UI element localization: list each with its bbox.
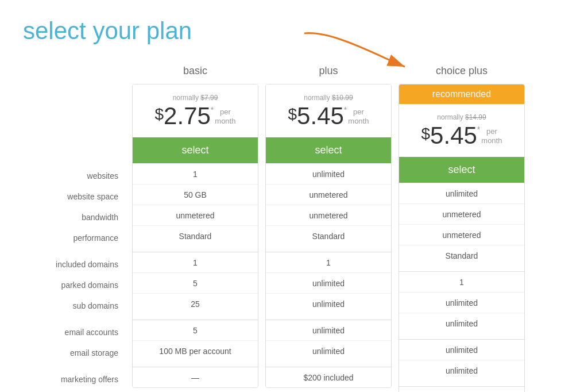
price-row-basic: $ 2.75 * permonth [140, 104, 251, 128]
plan-column-plus: plusnormally $10.99 $ 5.45 * permonth se… [265, 62, 392, 392]
plan-cell-plus-website_space: unmetered [266, 184, 391, 205]
plan-name-basic: basic [132, 62, 258, 79]
plan-cell-choice_plus-included_domains: 1 [399, 271, 524, 292]
plan-cell-basic-email_storage: 100 MB per account [133, 340, 258, 361]
plan-column-choice_plus: choice plusrecommendednormally $14.99 $ … [399, 62, 525, 392]
select-button-basic[interactable]: select [133, 137, 258, 163]
plan-cell-choice_plus-email_storage: unlimited [399, 360, 524, 381]
plan-cell-choice_plus-website_space: unmetered [399, 203, 524, 224]
plan-cell-choice_plus-marketing_offers: $200 included [399, 386, 524, 392]
plan-features-plus: unlimitedunmeteredunmeteredStandard1unli… [266, 163, 391, 387]
price-per-choice_plus: permonth [481, 127, 502, 145]
plan-header-basic: normally $7.99 $ 2.75 * permonth [133, 84, 258, 137]
plan-cell-basic-bandwidth: unmetered [133, 205, 258, 225]
plan-features-basic: 150 GBunmeteredStandard15255100 MB per a… [133, 163, 258, 387]
plan-card-choice_plus: recommendednormally $14.99 $ 5.45 * perm… [399, 84, 525, 392]
plan-cell-plus-sub_domains: unlimited [266, 293, 391, 314]
price-dollar-plus: $ [288, 106, 297, 122]
price-row-plus: $ 5.45 * permonth [273, 104, 384, 128]
feature-label-email_accounts: email accounts [23, 322, 126, 343]
plan-cell-plus-parked_domains: unlimited [266, 272, 391, 293]
plan-cell-choice_plus-parked_domains: unlimited [399, 292, 524, 313]
feature-label-website_space: website space [23, 186, 126, 207]
price-amount-plus: 5.45 [297, 104, 344, 128]
normally-text-basic: normally $7.99 [140, 94, 251, 102]
plan-cell-basic-performance: Standard [133, 225, 258, 246]
plan-cell-basic-sub_domains: 25 [133, 293, 258, 314]
plan-column-basic: basicnormally $7.99 $ 2.75 * permonth se… [132, 62, 258, 392]
price-asterisk-plus: * [344, 105, 347, 114]
plan-cell-plus-performance: Standard [266, 225, 391, 246]
plan-card-plus: normally $10.99 $ 5.45 * permonth select… [265, 84, 392, 388]
plan-cell-plus-websites: unlimited [266, 163, 391, 184]
feature-label-email_storage: email storage [23, 343, 126, 363]
feature-label-included_domains: included domains [23, 254, 126, 275]
plan-cell-basic-parked_domains: 5 [133, 272, 258, 293]
plan-cell-choice_plus-performance: Standard [399, 245, 524, 266]
plan-cell-basic-website_space: 50 GB [133, 184, 258, 205]
plan-cell-plus-email_storage: unlimited [266, 340, 391, 361]
select-button-plus[interactable]: select [266, 137, 391, 163]
plan-cell-plus-bandwidth: unmetered [266, 205, 391, 225]
price-asterisk-choice_plus: * [477, 125, 480, 134]
select-button-choice_plus[interactable]: select [399, 157, 524, 183]
page-title: select your plan [23, 17, 565, 45]
plan-cell-choice_plus-sub_domains: unlimited [399, 313, 524, 333]
plan-cell-choice_plus-websites: unlimited [399, 183, 524, 203]
price-asterisk-basic: * [211, 105, 214, 114]
price-per-basic: permonth [215, 107, 235, 125]
price-dollar-basic: $ [155, 106, 164, 122]
plan-name-plus: plus [265, 62, 392, 79]
feature-label-parked_domains: parked domains [23, 275, 126, 295]
price-amount-basic: 2.75 [164, 104, 211, 128]
plan-name-choice_plus: choice plus [399, 62, 525, 79]
plan-header-choice_plus: normally $14.99 $ 5.45 * permonth [399, 104, 524, 157]
plan-cell-choice_plus-email_accounts: unlimited [399, 339, 524, 360]
plan-cell-basic-email_accounts: 5 [133, 320, 258, 340]
feature-label-websites: websites [23, 166, 126, 186]
feature-label-bandwidth: bandwidth [23, 207, 126, 228]
normally-text-plus: normally $10.99 [273, 94, 384, 102]
plan-header-plus: normally $10.99 $ 5.45 * permonth [266, 84, 391, 137]
plan-features-choice_plus: unlimitedunmeteredunmeteredStandard1unli… [399, 183, 524, 392]
feature-label-marketing_offers: marketing offers [23, 369, 126, 390]
feature-label-performance: performance [23, 228, 126, 248]
price-dollar-choice_plus: $ [421, 126, 431, 142]
plans-wrapper: basicnormally $7.99 $ 2.75 * permonth se… [132, 62, 525, 392]
plan-cell-plus-included_domains: 1 [266, 252, 391, 272]
feature-labels-column: websiteswebsite spacebandwidthperformanc… [23, 62, 132, 390]
feature-label-sub_domains: sub domains [23, 295, 126, 316]
plan-cell-plus-email_accounts: unlimited [266, 320, 391, 340]
plan-cell-choice_plus-bandwidth: unmetered [399, 224, 524, 245]
normally-text-choice_plus: normally $14.99 [406, 113, 517, 121]
recommended-badge: recommended [399, 84, 524, 104]
plan-cell-plus-marketing_offers: $200 included [266, 367, 391, 387]
price-row-choice_plus: $ 5.45 * permonth [406, 124, 517, 148]
price-amount-choice_plus: 5.45 [430, 124, 477, 148]
plan-cell-basic-included_domains: 1 [133, 252, 258, 272]
plan-cell-basic-marketing_offers: — [133, 367, 258, 387]
price-per-plus: permonth [348, 107, 369, 125]
pricing-area: websiteswebsite spacebandwidthperformanc… [23, 62, 565, 392]
plan-card-basic: normally $7.99 $ 2.75 * permonth select1… [132, 84, 258, 388]
plan-cell-basic-websites: 1 [133, 163, 258, 184]
